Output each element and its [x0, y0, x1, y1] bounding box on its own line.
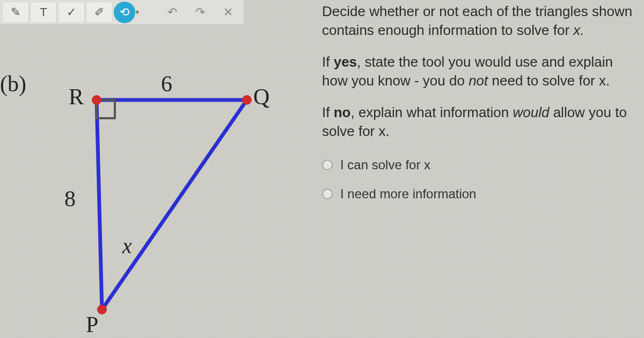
- eraser-tool-icon[interactable]: ✐: [86, 2, 113, 23]
- redo-icon[interactable]: ↷: [187, 2, 214, 23]
- svg-point-4: [97, 305, 107, 314]
- radio-icon: [322, 189, 333, 199]
- svg-point-2: [92, 95, 101, 105]
- option-can-solve[interactable]: I can solve for x: [322, 157, 633, 172]
- answer-options: I can solve for x I need more informatio…: [322, 157, 633, 202]
- instruction-paragraph-1: Decide whether or not each of the triang…: [322, 2, 633, 40]
- undo-icon[interactable]: ↶: [159, 2, 186, 23]
- check-tool-icon[interactable]: ✓: [58, 2, 85, 23]
- triangle-svg: [64, 62, 279, 331]
- radio-icon: [322, 160, 333, 170]
- option-label: I can solve for x: [340, 157, 430, 172]
- vertex-label-P: P: [86, 312, 98, 337]
- lasso-tool-icon[interactable]: ⟲: [114, 2, 135, 23]
- triangle-diagram: R Q P 6 8 x: [64, 62, 279, 331]
- option-need-more-info[interactable]: I need more information: [322, 186, 633, 202]
- svg-point-3: [242, 95, 252, 105]
- instruction-paragraph-2: If yes, state the tool you would use and…: [322, 53, 633, 90]
- option-label: I need more information: [340, 186, 476, 202]
- side-label-RP: 8: [64, 186, 76, 212]
- diagram-panel: (b) R Q P 6 8 x: [0, 25, 301, 338]
- annotation-toolbar: ✎ T ✓ ✐ ⟲ ▼ ↶ ↷ ✕: [0, 0, 244, 25]
- chevron-down-icon[interactable]: ▼: [134, 9, 141, 16]
- side-label-QP: x: [122, 233, 132, 258]
- vertex-label-Q: Q: [253, 84, 269, 110]
- part-label: (b): [0, 71, 26, 97]
- pen-tool-icon[interactable]: ✎: [2, 2, 29, 23]
- close-icon[interactable]: ✕: [215, 2, 241, 23]
- svg-marker-0: [97, 100, 247, 310]
- text-tool-icon[interactable]: T: [30, 2, 57, 23]
- vertex-label-R: R: [69, 84, 84, 110]
- side-label-RQ: 6: [161, 71, 172, 97]
- instruction-paragraph-3: If no, explain what information would al…: [322, 103, 633, 141]
- question-text-panel: Decide whether or not each of the triang…: [322, 0, 633, 338]
